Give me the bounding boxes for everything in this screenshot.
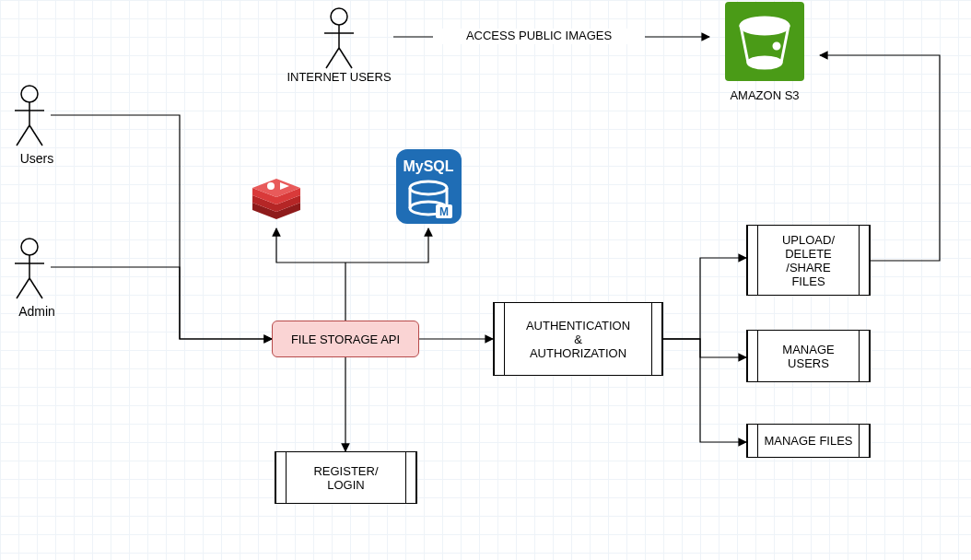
actor-internet-users: INTERNET USERS bbox=[279, 7, 399, 86]
svg-line-8 bbox=[17, 278, 29, 298]
upload-delete-share-box: UPLOAD/ DELETE /SHARE FILES bbox=[746, 225, 871, 296]
stick-figure-icon bbox=[9, 85, 50, 147]
svg-point-19 bbox=[267, 182, 275, 190]
svg-text:M: M bbox=[439, 205, 449, 218]
manage-users-box: MANAGE USERS bbox=[746, 330, 871, 382]
svg-point-5 bbox=[21, 239, 38, 255]
s3-bucket-icon bbox=[723, 0, 806, 83]
stick-figure-icon bbox=[9, 238, 50, 300]
amazon-s3: AMAZON S3 bbox=[714, 0, 815, 104]
actor-admin-label: Admin bbox=[9, 303, 64, 320]
mysql: MySQL M bbox=[394, 147, 463, 228]
svg-line-14 bbox=[339, 48, 352, 68]
manage-users-label: MANAGE USERS bbox=[782, 343, 834, 370]
register-login-label: REGISTER/ LOGIN bbox=[313, 464, 378, 492]
file-storage-api: FILE STORAGE API bbox=[272, 321, 419, 357]
amazon-s3-label: AMAZON S3 bbox=[714, 88, 815, 104]
auth-box: AUTHENTICATION & AUTHORIZATION bbox=[493, 302, 663, 376]
stick-figure-icon bbox=[319, 7, 359, 70]
edge-label-access-public-images: ACCESS PUBLIC IMAGES bbox=[433, 29, 645, 44]
auth-box-label: AUTHENTICATION & AUTHORIZATION bbox=[526, 319, 630, 360]
svg-point-16 bbox=[741, 18, 789, 34]
svg-line-13 bbox=[326, 48, 339, 68]
manage-files-box: MANAGE FILES bbox=[746, 424, 871, 458]
mysql-icon: MySQL M bbox=[394, 147, 463, 226]
upload-delete-share-label: UPLOAD/ DELETE /SHARE FILES bbox=[782, 233, 835, 288]
svg-point-10 bbox=[331, 8, 347, 25]
mysql-icon-text: MySQL bbox=[403, 158, 453, 174]
svg-line-4 bbox=[29, 125, 42, 146]
file-storage-api-label: FILE STORAGE API bbox=[291, 332, 400, 346]
redis-icon bbox=[247, 168, 306, 227]
svg-point-0 bbox=[21, 86, 38, 102]
svg-point-17 bbox=[748, 57, 781, 68]
actor-internet-users-label: INTERNET USERS bbox=[279, 70, 399, 86]
svg-line-9 bbox=[29, 278, 42, 298]
actor-users-label: Users bbox=[9, 150, 64, 167]
actor-admin: Admin bbox=[9, 238, 64, 320]
manage-files-label: MANAGE FILES bbox=[764, 434, 852, 448]
svg-line-3 bbox=[17, 125, 29, 146]
redis bbox=[247, 168, 306, 229]
register-login-box: REGISTER/ LOGIN bbox=[275, 451, 417, 504]
svg-point-18 bbox=[774, 43, 779, 49]
actor-users: Users bbox=[9, 85, 64, 167]
